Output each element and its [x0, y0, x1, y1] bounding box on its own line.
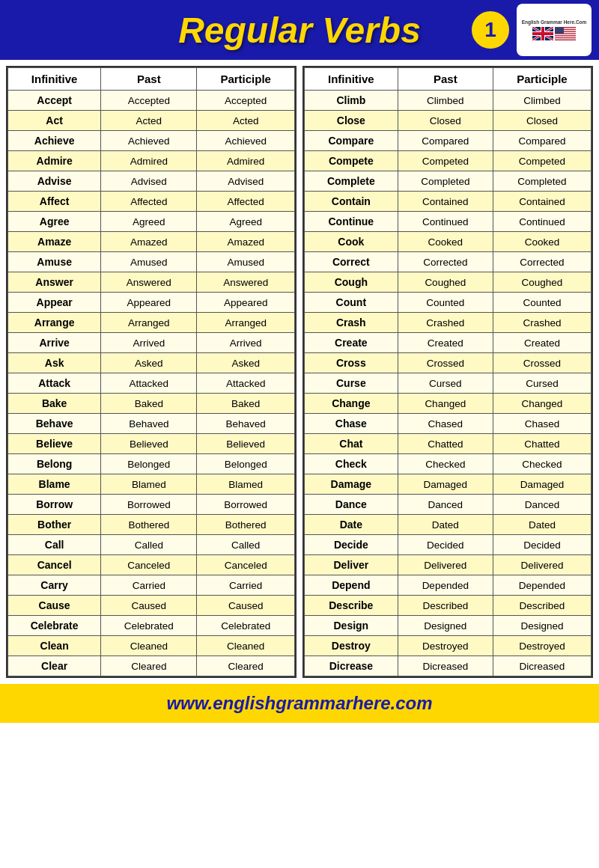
left-cell-infinitive: Clean — [8, 636, 101, 656]
right-cell-past: Damaged — [398, 474, 493, 495]
right-cell-past: Destroyed — [398, 636, 493, 656]
left-table-row: CauseCausedCaused — [8, 596, 295, 616]
left-cell-past: Affected — [101, 192, 197, 212]
right-table-row: CrashCrashedCrashed — [305, 313, 592, 333]
right-cell-participle: Chased — [493, 414, 591, 434]
right-table-row: CloseClosedClosed — [305, 111, 592, 131]
left-table-row: ClearClearedCleared — [8, 656, 295, 676]
svg-rect-13 — [555, 34, 576, 35]
left-table-row: BelieveBelievedBelieved — [8, 434, 295, 454]
left-cell-infinitive: Admire — [8, 151, 101, 171]
left-cell-participle: Celebrated — [197, 616, 295, 636]
right-cell-participle: Designed — [493, 616, 591, 636]
right-cell-participle: Decided — [493, 535, 591, 555]
right-cell-past: Checked — [398, 454, 493, 474]
left-cell-past: Accepted — [101, 91, 197, 111]
left-cell-past: Behaved — [101, 414, 197, 434]
tables-wrapper: Infinitive Past Participle AcceptAccepte… — [6, 66, 593, 678]
left-table-row: AffectAffectedAffected — [8, 192, 295, 212]
left-cell-participle: Caused — [197, 596, 295, 616]
right-cell-past: Delivered — [398, 555, 493, 575]
left-cell-participle: Believed — [197, 434, 295, 454]
right-cell-infinitive: Compare — [305, 131, 398, 151]
left-cell-infinitive: Advise — [8, 171, 101, 192]
right-cell-participle: Damaged — [493, 474, 591, 495]
right-cell-infinitive: Date — [305, 515, 398, 535]
right-cell-past: Described — [398, 596, 493, 616]
right-table-section: Infinitive Past Participle ClimbClimbedC… — [302, 66, 593, 678]
right-cell-participle: Completed — [493, 171, 591, 192]
right-table-row: DescribeDescribedDescribed — [305, 596, 592, 616]
left-cell-past: Answered — [101, 272, 197, 293]
left-table-row: AnswerAnsweredAnswered — [8, 272, 295, 293]
left-cell-infinitive: Ask — [8, 353, 101, 373]
left-cell-infinitive: Achieve — [8, 131, 101, 151]
left-cell-infinitive: Amaze — [8, 232, 101, 252]
left-cell-participle: Borrowed — [197, 495, 295, 515]
right-cell-past: Decided — [398, 535, 493, 555]
right-cell-infinitive: Cook — [305, 232, 398, 252]
right-table-row: DeliverDeliveredDelivered — [305, 555, 592, 575]
left-cell-participle: Canceled — [197, 555, 295, 575]
left-cell-participle: Appeared — [197, 293, 295, 313]
right-cell-participle: Changed — [493, 394, 591, 414]
left-cell-infinitive: Affect — [8, 192, 101, 212]
right-table-row: DependDependedDepended — [305, 575, 592, 596]
right-cell-infinitive: Change — [305, 394, 398, 414]
right-cell-past: Dated — [398, 515, 493, 535]
svg-rect-14 — [555, 37, 576, 37]
right-cell-past: Competed — [398, 151, 493, 171]
right-cell-past: Corrected — [398, 252, 493, 272]
right-table-row: CoughCoughedCoughed — [305, 272, 592, 293]
right-cell-past: Danced — [398, 495, 493, 515]
left-cell-participle: Admired — [197, 151, 295, 171]
right-cell-participle: Chatted — [493, 434, 591, 454]
logo-text: English Grammar Here.Com — [522, 19, 587, 25]
right-cell-participle: Contained — [493, 192, 591, 212]
right-cell-participle: Crossed — [493, 353, 591, 373]
right-table-row: CompareComparedCompared — [305, 131, 592, 151]
left-cell-participle: Arranged — [197, 313, 295, 333]
left-table-row: AchieveAchievedAchieved — [8, 131, 295, 151]
left-cell-past: Asked — [101, 353, 197, 373]
left-table-row: AgreeAgreedAgreed — [8, 212, 295, 232]
right-cell-infinitive: Design — [305, 616, 398, 636]
left-header-infinitive: Infinitive — [8, 68, 101, 91]
right-cell-participle: Depended — [493, 575, 591, 596]
left-cell-past: Belonged — [101, 454, 197, 474]
right-cell-participle: Destroyed — [493, 636, 591, 656]
right-cell-past: Contained — [398, 192, 493, 212]
right-table-row: DateDatedDated — [305, 515, 592, 535]
left-table-row: ArrangeArrangedArranged — [8, 313, 295, 333]
left-cell-participle: Answered — [197, 272, 295, 293]
right-table-row: DicreaseDicreasedDicreased — [305, 656, 592, 676]
left-cell-past: Appeared — [101, 293, 197, 313]
left-cell-infinitive: Believe — [8, 434, 101, 454]
right-cell-participle: Cooked — [493, 232, 591, 252]
right-cell-infinitive: Dicrease — [305, 656, 398, 676]
right-cell-past: Compared — [398, 131, 493, 151]
left-table-row: CleanCleanedCleaned — [8, 636, 295, 656]
left-cell-infinitive: Bother — [8, 515, 101, 535]
right-cell-infinitive: Crash — [305, 313, 398, 333]
left-table-row: AdmireAdmiredAdmired — [8, 151, 295, 171]
right-cell-infinitive: Complete — [305, 171, 398, 192]
left-cell-past: Arrived — [101, 333, 197, 353]
right-cell-infinitive: Deliver — [305, 555, 398, 575]
left-cell-infinitive: Cause — [8, 596, 101, 616]
left-table-row: BorrowBorrowedBorrowed — [8, 495, 295, 515]
right-cell-infinitive: Decide — [305, 535, 398, 555]
right-cell-infinitive: Damage — [305, 474, 398, 495]
right-cell-participle: Described — [493, 596, 591, 616]
table-divider — [297, 66, 302, 678]
right-cell-past: Counted — [398, 293, 493, 313]
left-cell-infinitive: Amuse — [8, 252, 101, 272]
left-table-row: AdviseAdvisedAdvised — [8, 171, 295, 192]
left-cell-participle: Advised — [197, 171, 295, 192]
left-cell-past: Bothered — [101, 515, 197, 535]
right-cell-participle: Checked — [493, 454, 591, 474]
left-cell-participle: Belonged — [197, 454, 295, 474]
right-table-row: DestroyDestroyedDestroyed — [305, 636, 592, 656]
right-cell-infinitive: Continue — [305, 212, 398, 232]
left-table-row: AmuseAmusedAmused — [8, 252, 295, 272]
